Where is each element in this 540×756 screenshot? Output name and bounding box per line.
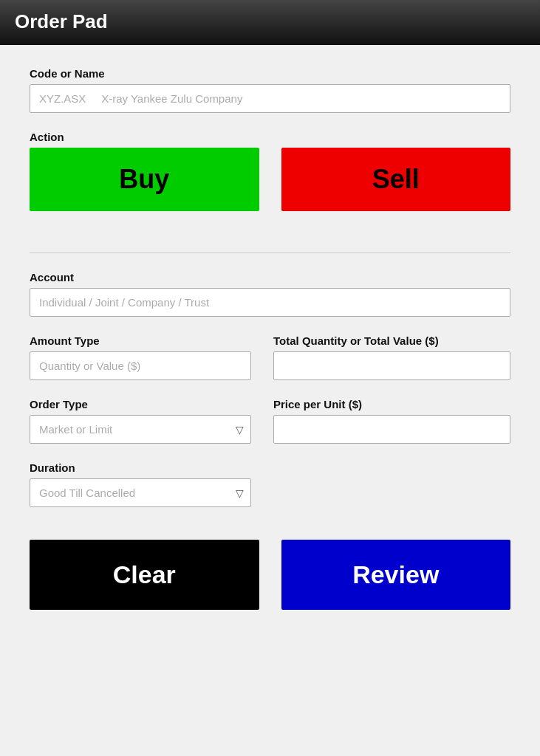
main-content: Code or Name Action Buy Sell Account Amo… (0, 45, 540, 756)
total-qty-label: Total Quantity or Total Value ($) (273, 334, 510, 347)
divider (30, 252, 510, 253)
price-per-unit-label: Price per Unit ($) (273, 398, 510, 410)
bottom-actions-row: Clear Review (30, 540, 510, 610)
code-field-group: Code or Name (30, 67, 510, 113)
page-title: Order Pad (15, 10, 108, 32)
duration-wrapper: Good Till Cancelled Good Till Cancelled … (30, 478, 251, 507)
action-label: Action (30, 131, 510, 143)
amount-type-label: Amount Type (30, 334, 251, 347)
total-qty-input[interactable] (273, 351, 510, 380)
order-type-group: Order Type Market or Limit Market Limit … (30, 398, 251, 444)
price-per-unit-input[interactable] (273, 415, 510, 444)
clear-button[interactable]: Clear (30, 540, 259, 610)
amount-row: Amount Type Total Quantity or Total Valu… (30, 334, 510, 380)
total-qty-group: Total Quantity or Total Value ($) (273, 334, 510, 380)
code-input[interactable] (30, 84, 510, 113)
amount-type-input[interactable] (30, 351, 251, 380)
order-type-select[interactable]: Market or Limit Market Limit (30, 415, 251, 444)
app-header: Order Pad (0, 0, 540, 45)
order-type-wrapper: Market or Limit Market Limit ▽ (30, 415, 251, 444)
amount-type-group: Amount Type (30, 334, 251, 380)
buy-button[interactable]: Buy (30, 148, 259, 211)
price-per-unit-group: Price per Unit ($) (273, 398, 510, 444)
account-input[interactable] (30, 288, 510, 317)
sell-button[interactable]: Sell (281, 148, 511, 211)
duration-label: Duration (30, 461, 510, 474)
duration-select[interactable]: Good Till Cancelled Good Till Cancelled … (30, 478, 251, 507)
account-field-group: Account (30, 271, 510, 317)
action-buttons-row: Buy Sell (30, 148, 510, 211)
order-type-label: Order Type (30, 398, 251, 410)
duration-field-group: Duration Good Till Cancelled Good Till C… (30, 461, 510, 507)
action-field-group: Action Buy Sell (30, 131, 510, 229)
review-button[interactable]: Review (281, 540, 511, 610)
account-label: Account (30, 271, 510, 284)
order-row: Order Type Market or Limit Market Limit … (30, 398, 510, 444)
code-label: Code or Name (30, 67, 510, 80)
